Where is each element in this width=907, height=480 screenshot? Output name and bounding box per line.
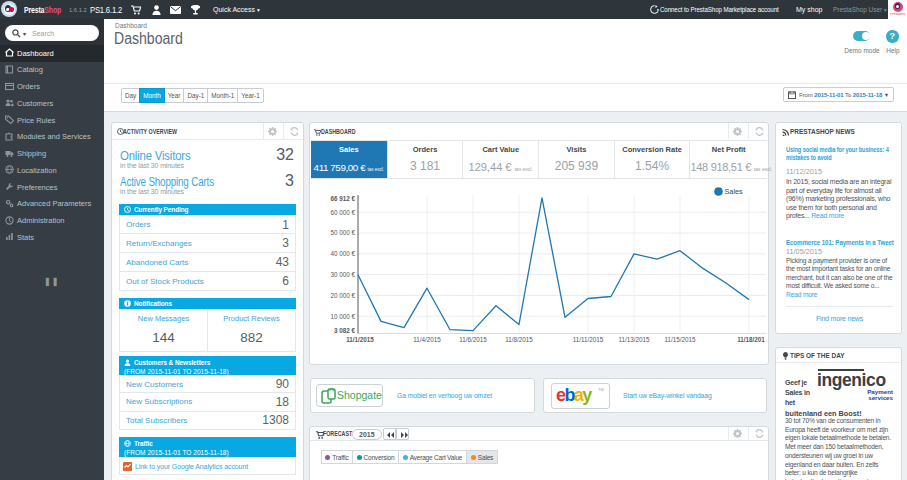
svg-text:3 082 €: 3 082 € [334, 327, 356, 334]
svg-text:50 000 €: 50 000 € [330, 229, 355, 236]
svg-text:40 000 €: 40 000 € [330, 250, 355, 257]
svg-text:20 000 €: 20 000 € [330, 292, 355, 299]
svg-text:30 000 €: 30 000 € [330, 271, 355, 278]
svg-text:Sales: Sales [725, 187, 744, 196]
svg-text:10 000 €: 10 000 € [330, 313, 355, 320]
svg-text:11/6/2015: 11/6/2015 [459, 336, 487, 343]
svg-text:11/13/2015: 11/13/2015 [618, 336, 650, 343]
svg-text:11/8/2015: 11/8/2015 [505, 336, 533, 343]
svg-text:11/18/201: 11/18/201 [737, 336, 765, 343]
svg-text:11/11/2015: 11/11/2015 [573, 336, 604, 343]
svg-text:60 000 €: 60 000 € [330, 209, 355, 216]
svg-text:11/15/2015: 11/15/2015 [664, 336, 696, 343]
svg-text:66 912 €: 66 912 € [330, 195, 355, 202]
svg-text:11/4/2015: 11/4/2015 [413, 336, 441, 343]
svg-text:11/1/2015: 11/1/2015 [346, 336, 374, 343]
